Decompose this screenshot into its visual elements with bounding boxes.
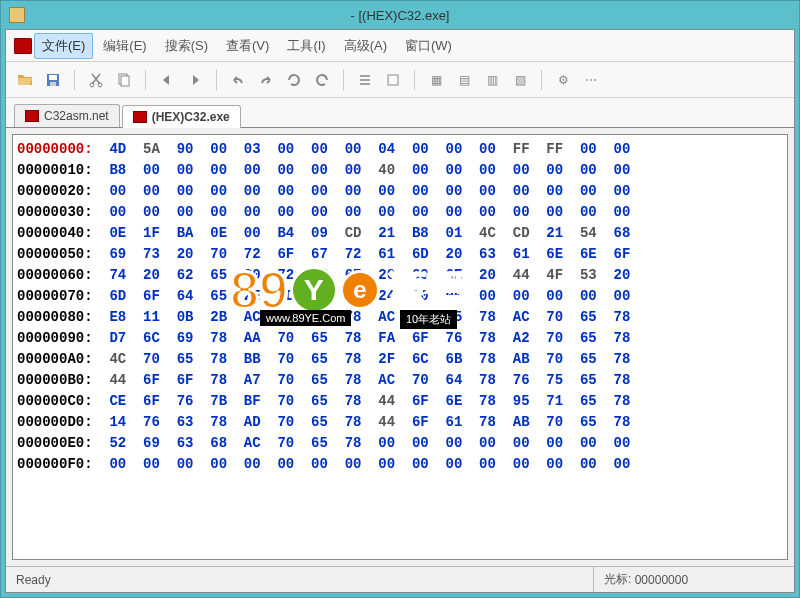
menu-item-0[interactable]: 文件(E)	[34, 33, 93, 59]
hex-byte: 0D	[269, 288, 303, 304]
hex-byte: 70	[538, 414, 572, 430]
hex-row[interactable]: 00000090: D7 6C 69 78 AA 70 65 78 FA 6F …	[17, 328, 783, 349]
hex-byte: 00	[370, 435, 404, 451]
menu-item-5[interactable]: 高级(A)	[336, 33, 395, 59]
hex-byte: 0D	[303, 288, 337, 304]
hex-byte: 78	[202, 414, 236, 430]
hex-byte: AC	[235, 309, 269, 325]
menu-logo-icon	[14, 38, 32, 54]
hex-byte: 65	[303, 330, 337, 346]
menu-item-4[interactable]: 工具(I)	[279, 33, 333, 59]
menu-item-3[interactable]: 查看(V)	[218, 33, 277, 59]
hex-byte: 00	[404, 456, 438, 472]
hex-byte: 65	[303, 372, 337, 388]
hex-row[interactable]: 000000D0: 14 76 63 78 AD 70 65 78 44 6F …	[17, 412, 783, 433]
titlebar[interactable]: - [(HEX)C32.exe]	[1, 1, 799, 29]
hex-byte: B4	[269, 225, 303, 241]
hex-row[interactable]: 00000000: 4D 5A 90 00 03 00 00 00 04 00 …	[17, 139, 783, 160]
hex-row[interactable]: 00000060: 74 20 62 65 20 72 75 6E 20 69 …	[17, 265, 783, 286]
grid1-button[interactable]: ▦	[425, 69, 447, 91]
hex-byte: 00	[572, 456, 606, 472]
hex-byte: 00	[303, 456, 337, 472]
hex-byte: 00	[437, 288, 471, 304]
hex-byte: FF	[504, 141, 538, 157]
hex-byte: 70	[538, 351, 572, 367]
hex-address: 000000B0:	[17, 372, 101, 388]
forward-button[interactable]	[184, 69, 206, 91]
hex-byte: 00	[235, 183, 269, 199]
hex-byte: 00	[471, 183, 505, 199]
grid4-button[interactable]: ▧	[509, 69, 531, 91]
hex-byte: 4C	[101, 351, 135, 367]
hex-address: 00000090:	[17, 330, 101, 346]
refresh-button[interactable]	[283, 69, 305, 91]
open-button[interactable]	[14, 69, 36, 91]
hex-byte: 00	[437, 435, 471, 451]
cut-button[interactable]	[85, 69, 107, 91]
tab-0[interactable]: C32asm.net	[14, 104, 120, 127]
undo-button[interactable]	[227, 69, 249, 91]
hex-row[interactable]: 00000070: 6D 6F 64 65 2E 0D 0D 0A 24 00 …	[17, 286, 783, 307]
hex-byte: 00	[303, 162, 337, 178]
hex-byte: 62	[168, 267, 202, 283]
hex-byte: 65	[437, 309, 471, 325]
hex-row[interactable]: 000000B0: 44 6F 6F 78 A7 70 65 78 AC 70 …	[17, 370, 783, 391]
grid2-button[interactable]: ▤	[453, 69, 475, 91]
hex-byte: 00	[303, 141, 337, 157]
hex-byte: AC	[504, 309, 538, 325]
hex-byte: 00	[202, 141, 236, 157]
hex-byte: 76	[504, 372, 538, 388]
gear-button[interactable]: ⚙	[552, 69, 574, 91]
hex-row[interactable]: 000000F0: 00 00 00 00 00 00 00 00 00 00 …	[17, 454, 783, 475]
client-area: 文件(E)编辑(E)搜索(S)查看(V)工具(I)高级(A)窗口(W) ▦ ▤ …	[5, 29, 795, 593]
redo-button[interactable]	[255, 69, 277, 91]
hex-byte: 04	[370, 141, 404, 157]
hex-byte: 00	[538, 183, 572, 199]
back-button[interactable]	[156, 69, 178, 91]
copy-button[interactable]	[113, 69, 135, 91]
hex-byte: 00	[336, 204, 370, 220]
hex-row[interactable]: 00000080: E8 11 0B 2B AC 70 65 78 AC 70 …	[17, 307, 783, 328]
hex-byte: 00	[303, 183, 337, 199]
hex-row[interactable]: 00000050: 69 73 20 70 72 6F 67 72 61 6D …	[17, 244, 783, 265]
menu-item-6[interactable]: 窗口(W)	[397, 33, 460, 59]
hex-byte: 00	[572, 162, 606, 178]
hex-byte: 78	[202, 351, 236, 367]
hex-byte: 00	[572, 141, 606, 157]
hex-view[interactable]: 00000000: 4D 5A 90 00 03 00 00 00 04 00 …	[12, 134, 788, 560]
hex-row[interactable]: 00000020: 00 00 00 00 00 00 00 00 00 00 …	[17, 181, 783, 202]
tab-file-icon	[133, 111, 147, 123]
hex-byte: 76	[437, 330, 471, 346]
hex-byte: 95	[504, 393, 538, 409]
hex-byte: BA	[168, 225, 202, 241]
hex-row[interactable]: 00000030: 00 00 00 00 00 00 00 00 00 00 …	[17, 202, 783, 223]
hex-byte: 74	[101, 267, 135, 283]
hex-byte: 78	[605, 351, 639, 367]
hex-row[interactable]: 00000040: 0E 1F BA 0E 00 B4 09 CD 21 B8 …	[17, 223, 783, 244]
save-button[interactable]	[42, 69, 64, 91]
menu-item-2[interactable]: 搜索(S)	[157, 33, 216, 59]
hex-byte: 6F	[605, 246, 639, 262]
hex-byte: 00	[404, 162, 438, 178]
hex-byte: 6F	[135, 372, 169, 388]
hex-byte: 40	[370, 162, 404, 178]
hex-byte: 20	[168, 246, 202, 262]
hex-address: 00000060:	[17, 267, 101, 283]
list-button[interactable]	[354, 69, 376, 91]
hex-byte: 65	[303, 351, 337, 367]
refresh2-button[interactable]	[311, 69, 333, 91]
tool-button[interactable]	[382, 69, 404, 91]
hex-byte: 00	[404, 435, 438, 451]
hex-byte: 71	[538, 393, 572, 409]
hex-row[interactable]: 000000E0: 52 69 63 68 AC 70 65 78 00 00 …	[17, 433, 783, 454]
hex-byte: 44	[370, 414, 404, 430]
more-button[interactable]: ⋯	[580, 69, 602, 91]
grid3-button[interactable]: ▥	[481, 69, 503, 91]
hex-byte: 70	[202, 246, 236, 262]
hex-row[interactable]: 00000010: B8 00 00 00 00 00 00 00 40 00 …	[17, 160, 783, 181]
hex-row[interactable]: 000000A0: 4C 70 65 78 BB 70 65 78 2F 6C …	[17, 349, 783, 370]
tab-1[interactable]: (HEX)C32.exe	[122, 105, 241, 128]
hex-row[interactable]: 000000C0: CE 6F 76 7B BF 70 65 78 44 6F …	[17, 391, 783, 412]
menu-item-1[interactable]: 编辑(E)	[95, 33, 154, 59]
hex-byte: 6D	[101, 288, 135, 304]
